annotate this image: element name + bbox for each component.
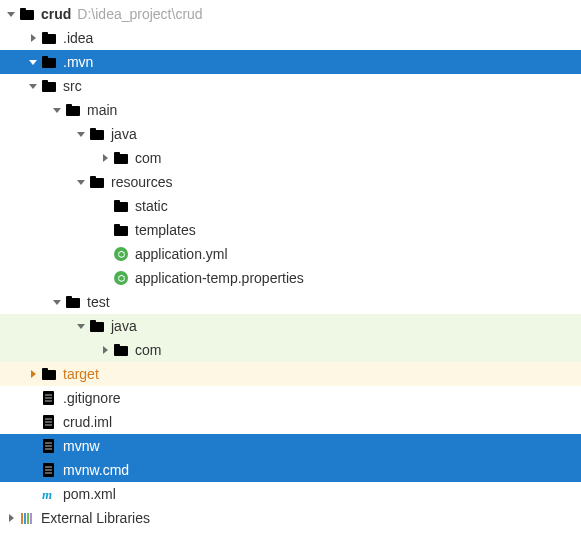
folder-label: .mvn xyxy=(63,50,93,74)
package-icon xyxy=(112,149,130,167)
file-label: application-temp.properties xyxy=(135,266,304,290)
chevron-right-icon[interactable] xyxy=(26,367,40,381)
tree-row-external-libraries[interactable]: External Libraries xyxy=(0,506,581,530)
libraries-icon xyxy=(18,509,36,527)
folder-label: com xyxy=(135,338,161,362)
file-icon xyxy=(40,389,58,407)
svg-rect-11 xyxy=(21,513,23,524)
folder-label: com xyxy=(135,146,161,170)
chevron-down-icon[interactable] xyxy=(74,127,88,141)
tree-row-target[interactable]: target xyxy=(0,362,581,386)
tree-row-main[interactable]: main xyxy=(0,98,581,122)
external-libraries-label: External Libraries xyxy=(41,506,150,530)
chevron-down-icon[interactable] xyxy=(50,295,64,309)
folder-label: main xyxy=(87,98,117,122)
excluded-folder-icon xyxy=(40,365,58,383)
tree-row-templates[interactable]: templates xyxy=(0,218,581,242)
file-icon xyxy=(40,461,58,479)
svg-text:⬡: ⬡ xyxy=(118,274,125,283)
tree-row-app-yml[interactable]: ⬡ application.yml xyxy=(0,242,581,266)
folder-label: .idea xyxy=(63,26,93,50)
svg-text:m: m xyxy=(42,487,52,502)
resources-folder-icon xyxy=(88,173,106,191)
chevron-down-icon[interactable] xyxy=(4,7,18,21)
folder-icon xyxy=(18,5,36,23)
project-tree[interactable]: crud D:\idea_project\crud .idea .mvn src… xyxy=(0,0,581,530)
file-icon xyxy=(40,437,58,455)
package-icon xyxy=(112,341,130,359)
chevron-down-icon[interactable] xyxy=(74,319,88,333)
folder-label: java xyxy=(111,122,137,146)
spring-config-icon: ⬡ xyxy=(112,245,130,263)
folder-label: test xyxy=(87,290,110,314)
folder-icon xyxy=(40,77,58,95)
project-root-label: crud xyxy=(41,2,71,26)
chevron-down-icon[interactable] xyxy=(74,175,88,189)
tree-row-mvn[interactable]: .mvn xyxy=(0,50,581,74)
file-label: mvnw xyxy=(63,434,100,458)
folder-label: templates xyxy=(135,218,196,242)
folder-icon xyxy=(40,53,58,71)
tree-row-iml[interactable]: crud.iml xyxy=(0,410,581,434)
maven-icon: m xyxy=(40,485,58,503)
svg-rect-14 xyxy=(30,513,32,524)
file-label: application.yml xyxy=(135,242,228,266)
svg-rect-12 xyxy=(24,513,26,524)
tree-row-root[interactable]: crud D:\idea_project\crud xyxy=(0,2,581,26)
file-label: mvnw.cmd xyxy=(63,458,129,482)
folder-label: resources xyxy=(111,170,172,194)
svg-text:⬡: ⬡ xyxy=(118,250,125,259)
chevron-right-icon[interactable] xyxy=(4,511,18,525)
folder-label: target xyxy=(63,362,99,386)
project-root-path: D:\idea_project\crud xyxy=(77,6,202,22)
tree-row-static[interactable]: static xyxy=(0,194,581,218)
chevron-right-icon[interactable] xyxy=(98,343,112,357)
folder-icon xyxy=(40,29,58,47)
tree-row-test[interactable]: test xyxy=(0,290,581,314)
svg-rect-13 xyxy=(27,513,29,524)
tree-row-app-temp[interactable]: ⬡ application-temp.properties xyxy=(0,266,581,290)
file-label: .gitignore xyxy=(63,386,121,410)
tree-row-java-main[interactable]: java xyxy=(0,122,581,146)
chevron-right-icon[interactable] xyxy=(26,31,40,45)
folder-icon xyxy=(112,197,130,215)
tree-row-idea[interactable]: .idea xyxy=(0,26,581,50)
tree-row-pom[interactable]: m pom.xml xyxy=(0,482,581,506)
folder-icon xyxy=(64,101,82,119)
folder-label: static xyxy=(135,194,168,218)
folder-label: java xyxy=(111,314,137,338)
tree-row-com-test[interactable]: com xyxy=(0,338,581,362)
file-icon xyxy=(40,413,58,431)
source-folder-icon xyxy=(88,125,106,143)
folder-label: src xyxy=(63,74,82,98)
folder-icon xyxy=(64,293,82,311)
chevron-right-icon[interactable] xyxy=(98,151,112,165)
folder-icon xyxy=(112,221,130,239)
tree-row-src[interactable]: src xyxy=(0,74,581,98)
tree-row-com-main[interactable]: com xyxy=(0,146,581,170)
chevron-down-icon[interactable] xyxy=(50,103,64,117)
tree-row-mvnw-cmd[interactable]: mvnw.cmd xyxy=(0,458,581,482)
chevron-down-icon[interactable] xyxy=(26,79,40,93)
tree-row-resources[interactable]: resources xyxy=(0,170,581,194)
tree-row-mvnw[interactable]: mvnw xyxy=(0,434,581,458)
spring-config-icon: ⬡ xyxy=(112,269,130,287)
chevron-down-icon[interactable] xyxy=(26,55,40,69)
file-label: crud.iml xyxy=(63,410,112,434)
tree-row-gitignore[interactable]: .gitignore xyxy=(0,386,581,410)
file-label: pom.xml xyxy=(63,482,116,506)
test-folder-icon xyxy=(88,317,106,335)
tree-row-java-test[interactable]: java xyxy=(0,314,581,338)
